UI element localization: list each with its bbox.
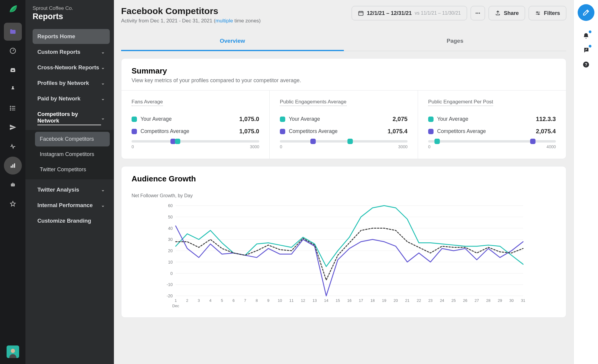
your-handle[interactable] <box>175 139 180 144</box>
comp-label: Competitors Average <box>141 128 189 134</box>
sidebar-competitors-by-network[interactable]: Competitors by Network⌄ <box>33 107 110 129</box>
svg-text:-20: -20 <box>167 293 173 298</box>
analytics-icon[interactable] <box>4 157 22 175</box>
section-title: Reports <box>33 12 110 21</box>
svg-text:27: 27 <box>475 298 479 303</box>
sidebar-facebook-competitors[interactable]: Facebook Competitors <box>35 132 110 146</box>
svg-point-19 <box>476 13 477 14</box>
svg-text:30: 30 <box>168 237 173 242</box>
summary-col-1: Public Engagements Average Your Average … <box>270 91 418 159</box>
svg-text:4: 4 <box>209 298 211 303</box>
svg-point-4 <box>10 106 11 107</box>
svg-point-12 <box>13 185 14 186</box>
tab-pages[interactable]: Pages <box>344 33 567 51</box>
main-content: Facebook Competitors Activity from Dec 1… <box>114 0 573 364</box>
page-title: Facebook Competitors <box>121 6 261 16</box>
sidebar-reports-home[interactable]: Reports Home <box>33 29 110 44</box>
sidebar-profiles-by-network[interactable]: Profiles by Network⌄ <box>33 76 110 91</box>
sidebar-cross-network[interactable]: Cross-Network Reports⌄ <box>33 60 110 75</box>
svg-text:10: 10 <box>278 298 282 303</box>
sidebar-internal-performance[interactable]: Internal Performance⌄ <box>33 198 110 213</box>
svg-point-25 <box>538 14 539 15</box>
svg-rect-8 <box>12 164 13 168</box>
sidebar-instagram-competitors[interactable]: Instagram Competitors <box>35 147 110 162</box>
svg-text:20: 20 <box>393 298 398 303</box>
compose-button[interactable] <box>578 4 594 21</box>
more-button[interactable] <box>471 6 485 20</box>
svg-text:40: 40 <box>168 226 173 231</box>
svg-text:15: 15 <box>336 298 340 303</box>
svg-text:26: 26 <box>463 298 467 303</box>
tab-overview[interactable]: Overview <box>121 33 344 51</box>
your-handle[interactable] <box>434 139 440 144</box>
svg-text:14: 14 <box>324 298 328 303</box>
notifications-icon[interactable] <box>579 29 593 43</box>
svg-text:19: 19 <box>382 298 386 303</box>
comp-label: Competitors Average <box>437 128 486 134</box>
your-handle[interactable] <box>347 139 353 144</box>
pulse-icon[interactable] <box>4 137 22 155</box>
svg-point-14 <box>11 349 15 353</box>
user-avatar[interactable] <box>7 345 19 358</box>
sidebar-customize-branding[interactable]: Customize Branding <box>33 213 110 228</box>
svg-text:31: 31 <box>521 298 525 303</box>
your-value: 1,075.0 <box>239 116 259 123</box>
org-name: Sprout Coffee Co. <box>33 5 110 11</box>
comp-label: Competitors Average <box>289 128 338 134</box>
your-value: 112.3.3 <box>536 116 556 123</box>
comp-handle[interactable] <box>530 139 536 144</box>
line-chart: -20-100102030405060123456789101112131415… <box>132 203 556 310</box>
date-range-picker[interactable]: 12/1/21 – 12/31/21 vs 11/1/21 – 11/30/21 <box>352 6 467 20</box>
timezone-link[interactable]: multiple <box>216 18 233 24</box>
dashboard-icon[interactable] <box>4 42 22 60</box>
summary-title: Summary <box>132 66 556 76</box>
range-slider[interactable]: 04000 <box>428 140 556 149</box>
filters-icon <box>535 10 541 16</box>
svg-text:3: 3 <box>198 298 200 303</box>
svg-rect-10 <box>11 183 15 186</box>
competitors-subgroup: Facebook Competitors Instagram Competito… <box>25 130 114 179</box>
comp-handle[interactable] <box>310 139 316 144</box>
range-slider[interactable]: 03000 <box>132 140 259 149</box>
page-subtitle: Activity from Dec 1, 2021 - Dec 31, 2021… <box>121 18 261 24</box>
chevron-down-icon: ⌄ <box>101 203 105 208</box>
summary-header: Summary View key metrics of your profile… <box>121 59 566 91</box>
sprout-logo[interactable] <box>7 4 18 14</box>
sidebar-paid-by-network[interactable]: Paid by Network⌄ <box>33 91 110 106</box>
send-icon[interactable] <box>4 118 22 136</box>
svg-text:8: 8 <box>256 298 258 303</box>
filters-button[interactable]: Filters <box>529 6 566 20</box>
notification-dot <box>589 30 591 33</box>
svg-point-6 <box>10 110 11 110</box>
reports-folder-icon[interactable] <box>4 23 22 41</box>
svg-text:50: 50 <box>168 215 173 219</box>
chevron-down-icon: ⌄ <box>101 96 105 101</box>
bot-icon[interactable] <box>4 176 22 194</box>
your-swatch <box>132 117 137 122</box>
svg-text:0: 0 <box>170 271 173 276</box>
svg-text:7: 7 <box>244 298 246 303</box>
svg-text:2: 2 <box>186 298 188 303</box>
summary-col-2: Public Engagement Per Post Your Average … <box>418 91 566 159</box>
range-min: 0 <box>428 144 431 149</box>
range-slider[interactable]: 03000 <box>280 140 408 149</box>
feedback-icon[interactable] <box>579 43 593 57</box>
svg-text:5: 5 <box>221 298 223 303</box>
chart-container: Net Follower Growth, by Day -20-10010203… <box>121 192 566 317</box>
svg-text:30: 30 <box>509 298 514 303</box>
help-icon[interactable]: ? <box>579 57 593 72</box>
sidebar-twitter-competitors[interactable]: Twitter Competitors <box>35 162 110 177</box>
sidebar-twitter-analysis[interactable]: Twitter Analysis⌄ <box>33 182 110 197</box>
pin-icon[interactable] <box>4 80 22 98</box>
svg-text:20: 20 <box>168 248 173 253</box>
left-nav <box>0 0 25 364</box>
share-button[interactable]: Share <box>489 6 525 20</box>
chart-subtitle: Net Follower Growth, by Day <box>132 193 556 198</box>
range-max: 4000 <box>547 144 556 149</box>
star-icon[interactable] <box>4 195 22 213</box>
page-header: Facebook Competitors Activity from Dec 1… <box>121 6 566 24</box>
inbox-icon[interactable] <box>4 61 22 79</box>
svg-rect-9 <box>14 163 15 168</box>
list-icon[interactable] <box>4 99 22 117</box>
sidebar-custom-reports[interactable]: Custom Reports⌄ <box>33 45 110 59</box>
